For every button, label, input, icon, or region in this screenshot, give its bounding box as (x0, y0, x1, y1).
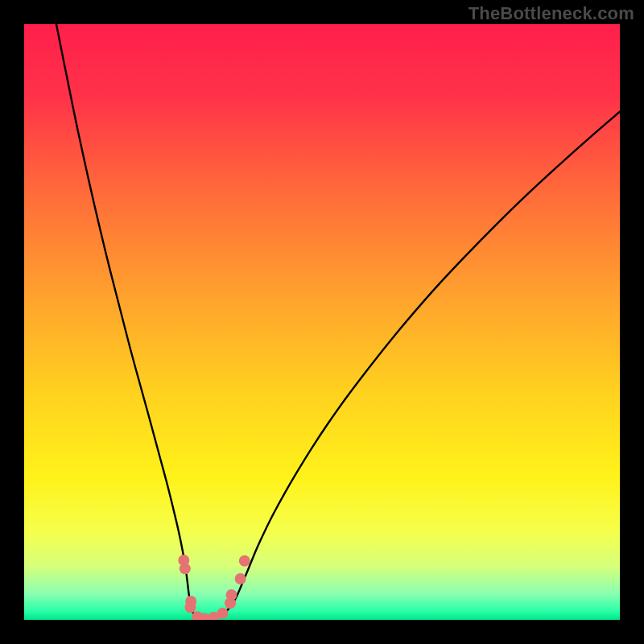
data-marker (217, 608, 228, 619)
chart-frame: TheBottleneck.com (0, 0, 644, 644)
data-marker (180, 563, 191, 574)
data-marker (235, 573, 246, 584)
plot-area (24, 24, 620, 620)
data-marker (226, 589, 237, 601)
bottleneck-curve (24, 24, 620, 620)
data-marker (239, 555, 250, 567)
data-marker (184, 601, 196, 613)
watermark-label: TheBottleneck.com (469, 3, 634, 24)
